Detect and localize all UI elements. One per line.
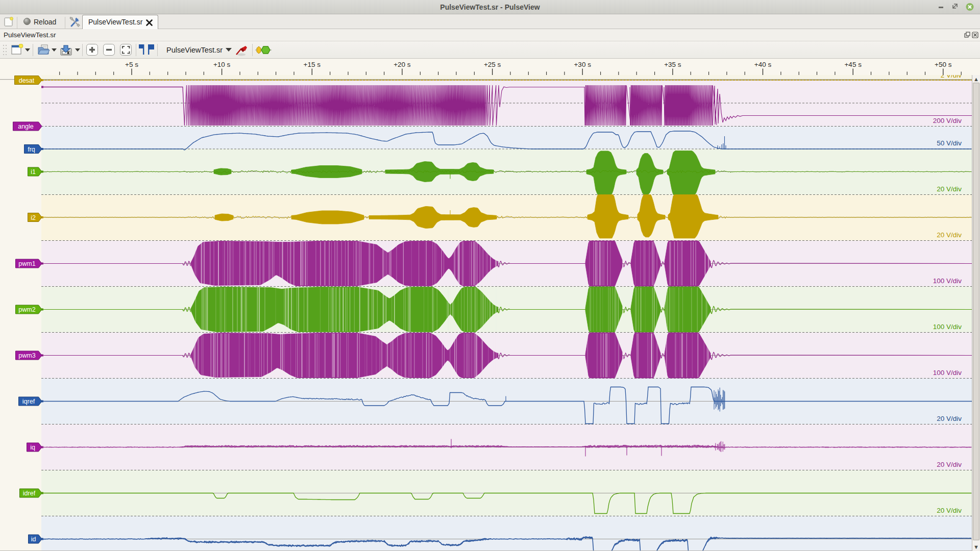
- svg-text:pwm2: pwm2: [18, 306, 35, 313]
- svg-text:20 V/div: 20 V/div: [937, 461, 962, 468]
- svg-text:angle: angle: [18, 123, 34, 130]
- svg-text:id: id: [31, 536, 36, 543]
- svg-text:frq: frq: [28, 146, 35, 153]
- svg-text:20 V/div: 20 V/div: [937, 231, 962, 239]
- svg-text:iq: iq: [30, 444, 35, 451]
- svg-text:+5 s: +5 s: [125, 61, 138, 68]
- svg-text:200 V/div: 200 V/div: [933, 117, 962, 124]
- svg-text:i1: i1: [31, 168, 36, 176]
- svg-text:+15 s: +15 s: [304, 61, 321, 68]
- svg-text:20 V/div: 20 V/div: [937, 415, 962, 422]
- svg-text:+35 s: +35 s: [664, 61, 681, 68]
- svg-text:+40 s: +40 s: [754, 61, 772, 68]
- svg-text:i2: i2: [31, 214, 36, 221]
- svg-text:iqref: iqref: [22, 398, 35, 405]
- svg-text:+45 s: +45 s: [844, 61, 862, 68]
- svg-text:100 V/div: 100 V/div: [933, 369, 962, 377]
- svg-text:pwm1: pwm1: [18, 260, 35, 267]
- svg-text:100 V/div: 100 V/div: [933, 323, 962, 331]
- svg-text:pwm3: pwm3: [18, 352, 35, 359]
- svg-text:+20 s: +20 s: [394, 61, 411, 68]
- svg-text:+50 s: +50 s: [935, 61, 952, 68]
- svg-text:20 V/div: 20 V/div: [937, 507, 962, 514]
- svg-text:100 V/div: 100 V/div: [933, 277, 962, 285]
- svg-text:+25 s: +25 s: [484, 61, 501, 68]
- svg-text:idref: idref: [23, 490, 36, 497]
- svg-text:50 V/div: 50 V/div: [937, 139, 962, 147]
- svg-text:+10 s: +10 s: [213, 61, 231, 68]
- svg-text:+30 s: +30 s: [574, 61, 591, 68]
- svg-text:20 V/div: 20 V/div: [937, 185, 962, 193]
- svg-text:desat: desat: [19, 77, 35, 84]
